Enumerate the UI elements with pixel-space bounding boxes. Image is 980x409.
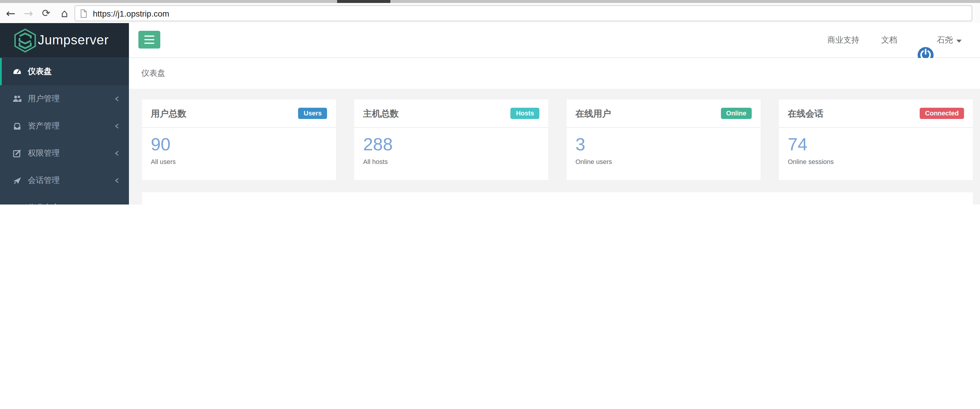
stat-value: 90	[151, 134, 171, 155]
chevron-left-icon	[112, 121, 122, 131]
chevron-left-icon	[112, 94, 122, 104]
sidebar-item-permissions[interactable]: 权限管理	[0, 140, 129, 167]
browser-tab-strip	[0, 0, 980, 3]
rocket-icon	[13, 176, 22, 185]
docs-link[interactable]: 文档	[881, 23, 897, 58]
jumpserver-logo-icon	[14, 29, 37, 53]
url-bar[interactable]	[75, 5, 972, 21]
stat-value: 3	[576, 134, 585, 155]
inbox-icon	[13, 121, 22, 131]
stat-caption: All hosts	[363, 158, 388, 165]
dashboard-icon	[13, 67, 22, 77]
stat-value: 74	[788, 134, 808, 155]
caret-down-icon	[956, 23, 962, 58]
users-icon	[13, 94, 22, 104]
sidebar-item-dashboard[interactable]: 仪表盘	[0, 58, 129, 85]
url-input[interactable]	[92, 8, 922, 19]
home-icon[interactable]: ⌂	[56, 3, 73, 23]
card-title: 在线会话	[788, 99, 823, 127]
status-badge: Users	[298, 108, 327, 119]
card-title: 用户总数	[151, 99, 186, 127]
stat-caption: Online sessions	[788, 158, 834, 165]
username: 石尧	[937, 35, 953, 45]
status-badge: Hosts	[511, 108, 539, 119]
page: ← → ⟳ ⌂ Jumpserver 仪表盘	[0, 0, 980, 204]
stat-caption: All users	[151, 158, 176, 165]
content-area: 用户总数 Users 90 All users 主机总数 Hosts 288 A…	[129, 89, 980, 204]
page-favicon-icon	[80, 9, 87, 18]
sidebar-item-label: 会话管理	[28, 167, 60, 194]
stat-caption: Online users	[576, 158, 612, 165]
sidebar-item-label: 用户管理	[28, 85, 60, 112]
sidebar-item-assets[interactable]: 资产管理	[0, 112, 129, 140]
sidebar-toggle-button[interactable]	[138, 31, 160, 48]
chevron-left-icon	[112, 203, 122, 204]
card-title: 主机总数	[363, 99, 399, 127]
stat-card-hosts: 主机总数 Hosts 288 All hosts	[354, 99, 548, 180]
sidebar-nav: 仪表盘 用户管理 资产管理 权限管理 会话管理	[0, 58, 129, 204]
sidebar-item-jobs[interactable]: 作业中心	[0, 194, 129, 204]
card-header: 在线用户 Online	[566, 99, 760, 128]
browser-tab	[337, 0, 390, 3]
sidebar-item-label: 资产管理	[28, 112, 60, 140]
breadcrumb: 仪表盘	[129, 58, 980, 89]
card-header: 主机总数 Hosts	[354, 99, 548, 128]
sidebar: Jumpserver 仪表盘 用户管理 资产管理 权限管理	[0, 23, 129, 204]
breadcrumb-item[interactable]: 仪表盘	[142, 58, 165, 89]
dashboard-panel: 活跃用户TOP5 过去一周共有3位用户登录86次资产. 1 shiyao 54次…	[142, 192, 973, 204]
card-header: 用户总数 Users	[142, 99, 336, 128]
chevron-left-icon	[112, 176, 122, 185]
sidebar-item-sessions[interactable]: 会话管理	[0, 167, 129, 194]
stat-card-sessions: 在线会话 Connected 74 Online sessions	[779, 99, 973, 180]
coffee-cup-icon	[13, 203, 22, 204]
sidebar-item-label: 权限管理	[28, 140, 60, 167]
forward-icon[interactable]: →	[20, 3, 37, 23]
browser-toolbar: ← → ⟳ ⌂	[0, 3, 980, 24]
brand-name: Jumpserver	[38, 23, 109, 58]
card-header: 在线会话 Connected	[779, 99, 973, 128]
stat-card-online-users: 在线用户 Online 3 Online users	[566, 99, 760, 180]
reload-icon[interactable]: ⟳	[38, 3, 54, 23]
stat-card-users: 用户总数 Users 90 All users	[142, 99, 336, 180]
status-badge: Online	[721, 108, 752, 119]
sidebar-item-label: 作业中心	[28, 194, 60, 204]
edit-icon	[13, 149, 22, 158]
status-badge: Connected	[920, 108, 964, 119]
logo[interactable]: Jumpserver	[0, 23, 129, 58]
top-header: 商业支持 文档 石尧	[129, 23, 980, 58]
back-icon[interactable]: ←	[2, 3, 19, 23]
user-menu[interactable]: 石尧	[937, 23, 962, 58]
support-link[interactable]: 商业支持	[827, 23, 859, 58]
stat-value: 288	[363, 134, 393, 155]
chevron-left-icon	[112, 149, 122, 158]
sidebar-item-label: 仪表盘	[28, 58, 52, 85]
card-title: 在线用户	[576, 99, 611, 127]
sidebar-item-users[interactable]: 用户管理	[0, 85, 129, 112]
